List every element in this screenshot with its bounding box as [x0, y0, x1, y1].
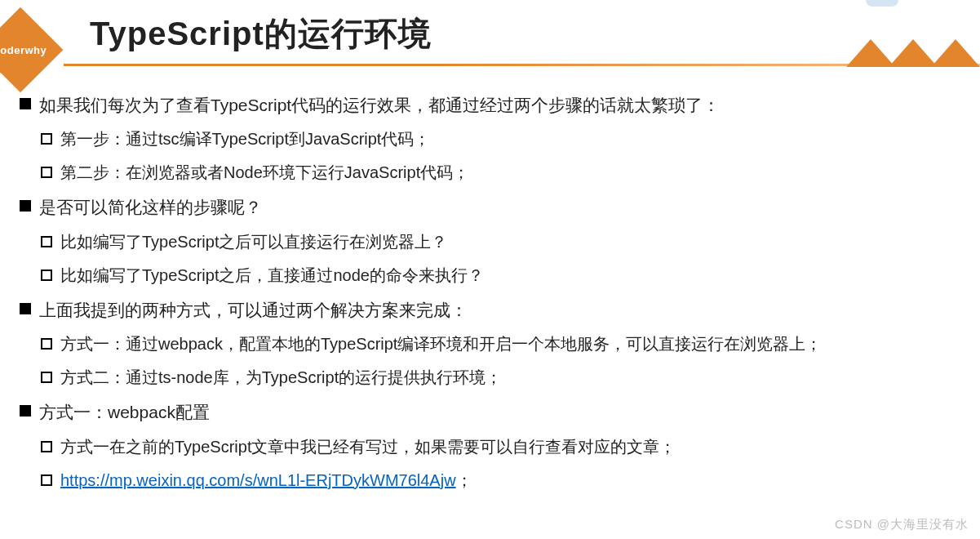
bullet-text: 上面我提到的两种方式，可以通过两个解决方案来完成：	[39, 298, 468, 322]
triangle-icon	[846, 39, 895, 67]
bullet-hollow-icon	[41, 372, 52, 383]
bullet-hollow-icon	[41, 133, 52, 145]
bullet-level2: 方式二：通过ts-node库，为TypeScript的运行提供执行环境；	[41, 367, 960, 389]
bullet-text: 比如编写了TypeScript之后，直接通过node的命令来执行？	[60, 265, 484, 287]
bullet-level2: 第一步：通过tsc编译TypeScript到JavaScript代码；	[41, 128, 960, 150]
bullet-level2: 比如编写了TypeScript之后可以直接运行在浏览器上？	[41, 231, 960, 253]
bullet-solid-icon	[20, 405, 31, 416]
bullet-text: 如果我们每次为了查看TypeScript代码的运行效果，都通过经过两个步骤的话就…	[39, 93, 720, 117]
bullet-hollow-icon	[41, 236, 52, 247]
weixin-article-link[interactable]: https://mp.weixin.qq.com/s/wnL1l-ERjTDyk…	[60, 471, 456, 489]
bullet-text: 方式二：通过ts-node库，为TypeScript的运行提供执行环境；	[60, 367, 502, 389]
bullet-solid-icon	[20, 303, 31, 314]
bullet-level2: 比如编写了TypeScript之后，直接通过node的命令来执行？	[41, 265, 960, 287]
bullet-solid-icon	[20, 200, 31, 212]
slide-header: coderwhy TypeScript的运行环境	[0, 0, 980, 70]
bullet-level1: 是否可以简化这样的步骤呢？	[20, 195, 960, 219]
bullet-link-row: https://mp.weixin.qq.com/s/wnL1l-ERjTDyk…	[60, 470, 472, 492]
triangle-icon	[931, 39, 980, 67]
bullet-level1: 如果我们每次为了查看TypeScript代码的运行效果，都通过经过两个步骤的话就…	[20, 93, 960, 117]
bullet-text: 第二步：在浏览器或者Node环境下运行JavaScript代码；	[60, 162, 469, 184]
bullet-text: 第一步：通过tsc编译TypeScript到JavaScript代码；	[60, 128, 430, 150]
bullet-level1: 上面我提到的两种方式，可以通过两个解决方案来完成：	[20, 298, 960, 322]
triangle-icon	[889, 39, 938, 67]
bullet-level2: https://mp.weixin.qq.com/s/wnL1l-ERjTDyk…	[41, 470, 960, 492]
bullet-text: 方式一：通过webpack，配置本地的TypeScript编译环境和开启一个本地…	[60, 333, 822, 355]
bullet-hollow-icon	[41, 270, 52, 281]
bullet-text: 比如编写了TypeScript之后可以直接运行在浏览器上？	[60, 231, 447, 253]
bullet-hollow-icon	[41, 474, 52, 486]
bullet-level2: 第二步：在浏览器或者Node环境下运行JavaScript代码；	[41, 162, 960, 184]
bullet-hollow-icon	[41, 167, 52, 178]
bullet-solid-icon	[20, 98, 31, 109]
title-underline	[64, 64, 980, 66]
bullet-hollow-icon	[41, 338, 52, 350]
bullet-text: 方式一在之前的TypeScript文章中我已经有写过，如果需要可以自行查看对应的…	[60, 436, 676, 458]
bullet-text: 方式一：webpack配置	[39, 400, 210, 424]
csdn-watermark: CSDN @大海里没有水	[835, 517, 969, 532]
bullet-level2: 方式一在之前的TypeScript文章中我已经有写过，如果需要可以自行查看对应的…	[41, 436, 960, 458]
slide-title: TypeScript的运行环境	[90, 11, 432, 56]
triangle-decoration	[853, 39, 980, 69]
bullet-hollow-icon	[41, 441, 52, 452]
slide-content: 如果我们每次为了查看TypeScript代码的运行效果，都通过经过两个步骤的话就…	[0, 70, 980, 492]
bullet-text: 是否可以简化这样的步骤呢？	[39, 195, 262, 219]
link-suffix: ；	[456, 471, 472, 489]
logo-text: coderwhy	[0, 44, 47, 56]
bullet-level2: 方式一：通过webpack，配置本地的TypeScript编译环境和开启一个本地…	[41, 333, 960, 355]
bullet-level1: 方式一：webpack配置	[20, 400, 960, 424]
